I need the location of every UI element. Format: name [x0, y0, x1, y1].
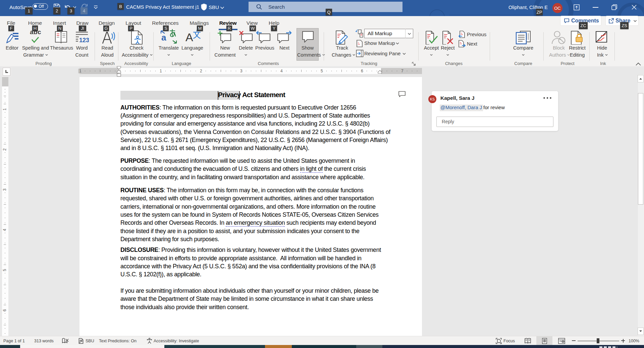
svg-text:123: 123	[79, 37, 89, 44]
